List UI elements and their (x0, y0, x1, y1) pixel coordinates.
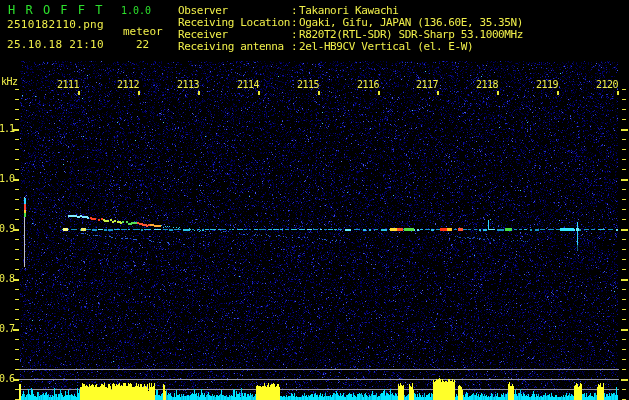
info-separator: : (291, 41, 299, 53)
freq-tick-label: 0.8 (0, 274, 14, 284)
time-tick-label: 2112 (117, 80, 139, 90)
time-tick-label: 2119 (536, 80, 558, 90)
app-title: H R O F F T (8, 4, 104, 16)
freq-tick-label: 1.0 (0, 174, 14, 184)
info-row: Receiving antenna:2el-HB9CV Vertical (el… (178, 41, 523, 53)
time-tick-label: 2117 (416, 80, 438, 90)
freq-tick-label: 0.9 (0, 224, 14, 234)
info-value: 2el-HB9CV Vertical (el. E-W) (299, 41, 473, 53)
datetime-label: 25.10.18 21:10 (7, 39, 104, 50)
freq-tick-label: 0.6 (0, 374, 14, 384)
hrofft-output: H R O F F T 1.0.0 2510182110.png meteor … (0, 0, 629, 400)
time-tick-label: 2115 (297, 80, 319, 90)
app-version: 1.0.0 (121, 6, 151, 16)
time-tick-label: 2120 (596, 80, 618, 90)
info-label: Receiving antenna (178, 41, 291, 53)
time-tick-label: 2114 (237, 80, 259, 90)
station-info-block: Observer:Takanori KawachiReceiving Locat… (178, 5, 523, 53)
output-filename: 2510182110.png (7, 19, 104, 30)
freq-axis-unit-label: kHz (1, 77, 18, 87)
time-tick-label: 2118 (476, 80, 498, 90)
freq-tick-label: 0.7 (0, 324, 14, 334)
freq-tick-label: 1.1 (0, 124, 14, 134)
time-tick-label: 2113 (177, 80, 199, 90)
spectrogram-canvas (0, 0, 629, 400)
echo-count: 22 (136, 39, 149, 50)
mode-label: meteor (123, 26, 163, 37)
time-tick-label: 2111 (57, 80, 79, 90)
time-tick-label: 2116 (357, 80, 379, 90)
